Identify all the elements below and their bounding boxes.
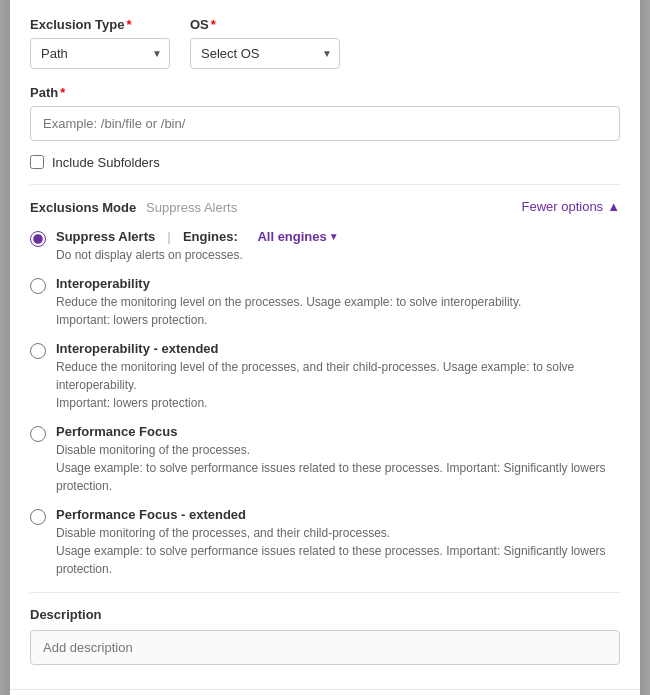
radio-item-interop: Interoperability Reduce the monitoring l… xyxy=(30,276,620,329)
exclusions-mode-title: Exclusions Mode xyxy=(30,200,136,215)
exclusions-mode-header: Exclusions Mode Suppress Alerts Fewer op… xyxy=(30,199,620,215)
fewer-options-label: Fewer options xyxy=(521,199,603,214)
exclusion-type-label: Exclusion Type* xyxy=(30,17,170,32)
radio-interop-content: Interoperability Reduce the monitoring l… xyxy=(56,276,521,329)
os-label: OS* xyxy=(190,17,340,32)
radio-perf-focus-extended-content: Performance Focus - extended Disable mon… xyxy=(56,507,620,578)
radio-perf-focus[interactable] xyxy=(30,426,46,442)
radio-perf-focus-title: Performance Focus xyxy=(56,424,620,439)
radio-options: Suppress Alerts | Engines: All engines ▼… xyxy=(30,229,620,578)
radio-item-suppress: Suppress Alerts | Engines: All engines ▼… xyxy=(30,229,620,264)
radio-interop-extended[interactable] xyxy=(30,343,46,359)
radio-suppress[interactable] xyxy=(30,231,46,247)
exclusions-mode-title-group: Exclusions Mode Suppress Alerts xyxy=(30,199,237,215)
radio-interop-desc: Reduce the monitoring level on the proce… xyxy=(56,293,521,329)
os-select-wrapper: Select OS Windows Linux macOS ▼ xyxy=(190,38,340,69)
path-input[interactable] xyxy=(30,106,620,141)
radio-item-perf-focus: Performance Focus Disable monitoring of … xyxy=(30,424,620,495)
path-label: Path* xyxy=(30,85,620,100)
radio-interop-extended-desc: Reduce the monitoring level of the proce… xyxy=(56,358,620,412)
description-input[interactable] xyxy=(30,630,620,665)
exclusion-type-select-wrapper: Path File Folder Process ▼ xyxy=(30,38,170,69)
radio-interop-extended-content: Interoperability - extended Reduce the m… xyxy=(56,341,620,412)
engines-chevron-icon: ▼ xyxy=(329,231,339,242)
include-subfolders-checkbox[interactable] xyxy=(30,155,44,169)
divider xyxy=(30,184,620,185)
description-label: Description xyxy=(30,607,620,622)
radio-suppress-desc: Do not display alerts on processes. xyxy=(56,246,339,264)
os-select[interactable]: Select OS Windows Linux macOS xyxy=(190,38,340,69)
engines-dropdown-button[interactable]: All engines ▼ xyxy=(257,229,338,244)
path-section: Path* xyxy=(30,85,620,141)
radio-perf-focus-extended[interactable] xyxy=(30,509,46,525)
exclusion-type-required: * xyxy=(126,17,131,32)
fewer-options-chevron-icon: ▲ xyxy=(607,199,620,214)
os-group: OS* Select OS Windows Linux macOS ▼ xyxy=(190,17,340,69)
modal-footer: Save Save and add another Cancel xyxy=(10,689,640,696)
include-subfolders-label[interactable]: Include Subfolders xyxy=(52,155,160,170)
exclusions-mode-subtitle: Suppress Alerts xyxy=(146,200,237,215)
radio-perf-focus-extended-title: Performance Focus - extended xyxy=(56,507,620,522)
type-os-row: Exclusion Type* Path File Folder Process… xyxy=(30,17,620,69)
path-required: * xyxy=(60,85,65,100)
radio-suppress-title: Suppress Alerts | Engines: All engines ▼ xyxy=(56,229,339,244)
exclusion-type-group: Exclusion Type* Path File Folder Process… xyxy=(30,17,170,69)
modal-overlay: New Exclusion × Exclusion Type* Path Fil… xyxy=(0,0,650,695)
description-section: Description xyxy=(30,592,620,665)
radio-perf-focus-desc: Disable monitoring of the processes. Usa… xyxy=(56,441,620,495)
radio-interop[interactable] xyxy=(30,278,46,294)
radio-suppress-content: Suppress Alerts | Engines: All engines ▼… xyxy=(56,229,339,264)
fewer-options-button[interactable]: Fewer options ▲ xyxy=(521,199,620,214)
radio-perf-focus-content: Performance Focus Disable monitoring of … xyxy=(56,424,620,495)
modal-body: Exclusion Type* Path File Folder Process… xyxy=(10,0,640,689)
radio-item-interop-extended: Interoperability - extended Reduce the m… xyxy=(30,341,620,412)
include-subfolders-row: Include Subfolders xyxy=(30,155,620,170)
exclusion-type-select[interactable]: Path File Folder Process xyxy=(30,38,170,69)
os-required: * xyxy=(211,17,216,32)
new-exclusion-modal: New Exclusion × Exclusion Type* Path Fil… xyxy=(10,0,640,695)
radio-item-perf-focus-extended: Performance Focus - extended Disable mon… xyxy=(30,507,620,578)
engines-value: All engines xyxy=(257,229,326,244)
engines-label: Engines: xyxy=(183,229,238,244)
separator: | xyxy=(167,229,171,244)
radio-interop-extended-title: Interoperability - extended xyxy=(56,341,620,356)
radio-perf-focus-extended-desc: Disable monitoring of the processes, and… xyxy=(56,524,620,578)
radio-interop-title: Interoperability xyxy=(56,276,521,291)
